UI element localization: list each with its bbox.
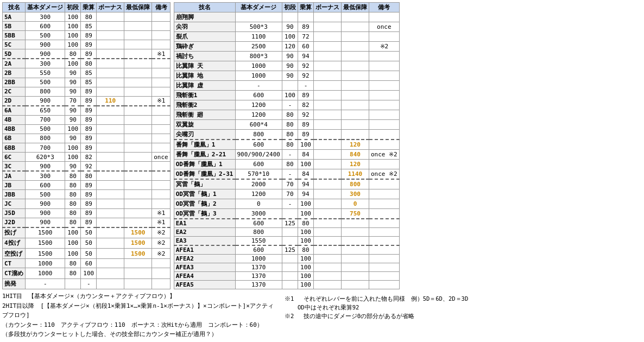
- data-cell: -: [298, 81, 313, 91]
- table-row: 2B5509085: [3, 68, 171, 78]
- data-cell: [97, 218, 124, 227]
- data-cell: ※2: [369, 42, 399, 52]
- data-cell: [369, 199, 399, 209]
- table-row: 比翼陣 地10009092: [174, 71, 399, 81]
- data-cell: [97, 162, 124, 172]
- skill-name-cell: AFEA2: [174, 255, 235, 263]
- skill-name-cell: 4BB: [3, 124, 26, 134]
- data-cell: [97, 208, 124, 218]
- data-cell: 125: [282, 245, 298, 255]
- table-row: 番舞「朧凰」2-21900/900/2400-84840once ※2: [174, 150, 399, 160]
- data-cell: 1500: [124, 227, 152, 238]
- data-cell: [97, 12, 124, 22]
- skill-name-cell: 比翼陣 虚: [174, 81, 235, 91]
- data-cell: [282, 209, 298, 219]
- data-cell: 82: [81, 153, 97, 162]
- data-cell: [313, 228, 341, 237]
- data-cell: 620*3: [26, 153, 65, 162]
- skill-name-cell: 番舞「朧凰」1: [174, 140, 235, 150]
- data-cell: [313, 189, 341, 199]
- data-cell: [152, 12, 171, 22]
- data-cell: 90: [282, 22, 298, 32]
- table-row: 5C90010089: [3, 40, 171, 49]
- data-cell: [369, 219, 399, 228]
- data-cell: 2000: [235, 179, 282, 189]
- note2-text: 技の途中にダメージ0の部分があるが省略: [304, 313, 414, 319]
- data-cell: [97, 134, 124, 143]
- data-cell: [341, 120, 369, 130]
- data-cell: [97, 181, 124, 190]
- data-cell: [341, 12, 369, 22]
- data-cell: 80: [282, 110, 298, 120]
- data-cell: [282, 255, 298, 263]
- note1-text: それぞれレバーを前に入れた物も同様 例）5D＝6D、2D＝3D: [304, 295, 469, 302]
- data-cell: [152, 40, 171, 49]
- data-cell: [341, 219, 369, 228]
- data-cell: [341, 91, 369, 100]
- data-cell: [124, 162, 152, 172]
- skill-name-cell: 5D: [3, 49, 26, 59]
- skill-name-cell: JA: [3, 171, 26, 181]
- table-row: CT10008060: [3, 259, 171, 268]
- data-cell: 500: [26, 78, 65, 87]
- data-cell: 700: [26, 143, 65, 153]
- note-ref1b: OD中はそれぞれ乗算92: [285, 303, 642, 312]
- table-row: 5D9008089※1: [3, 49, 171, 59]
- data-cell: [124, 12, 152, 22]
- table-row: 鶏砕ぎ250012060※2: [174, 42, 399, 52]
- data-cell: 85: [81, 68, 97, 78]
- data-cell: 900: [26, 208, 65, 218]
- data-cell: [152, 59, 171, 68]
- data-cell: 80: [65, 199, 81, 208]
- data-cell: [97, 106, 124, 116]
- right-table: 技名 基本ダメージ 初段 乗算 ボーナス 最低保障 備考 崩翔脚尖羽500*39…: [174, 2, 400, 289]
- data-cell: once ※2: [369, 169, 399, 180]
- data-cell: [97, 227, 124, 238]
- data-cell: 900: [26, 218, 65, 227]
- table-row: 4BB50010089: [3, 124, 171, 134]
- data-cell: [124, 208, 152, 218]
- data-cell: 1370: [235, 281, 282, 289]
- skill-name-cell: 4B: [3, 115, 26, 124]
- skill-name-cell: 飛斬衝1: [174, 91, 235, 100]
- data-cell: 100: [81, 268, 97, 278]
- data-cell: [369, 160, 399, 169]
- data-cell: [152, 268, 171, 278]
- data-cell: 80: [81, 171, 97, 181]
- data-cell: [97, 153, 124, 162]
- skill-name-cell: AFEA4: [174, 272, 235, 281]
- table-row: 6A6509089: [3, 106, 171, 116]
- data-cell: 100: [282, 32, 298, 42]
- data-cell: [313, 150, 341, 160]
- table-row: JB6008089: [3, 181, 171, 190]
- data-cell: 80: [282, 160, 298, 169]
- table-row: 挑発--: [3, 278, 171, 289]
- data-cell: 70: [65, 96, 81, 106]
- data-cell: 1500: [26, 238, 65, 248]
- skill-name-cell: 番舞「朧凰」2-21: [174, 150, 235, 160]
- skill-name-cell: CT溜め: [3, 268, 26, 278]
- data-cell: 89: [81, 124, 97, 134]
- data-cell: 89: [298, 91, 313, 100]
- table-row: J2D9008089※1: [3, 218, 171, 227]
- data-cell: 80: [81, 59, 97, 68]
- data-cell: -: [282, 169, 298, 180]
- table-row: 2C8009089: [3, 87, 171, 96]
- data-cell: 80: [298, 219, 313, 228]
- data-cell: 100: [298, 281, 313, 289]
- data-cell: 1200: [235, 189, 282, 199]
- main-container: 技名 基本ダメージ 初段 乗算 ボーナス 最低保障 備考 5A300100805…: [0, 0, 644, 341]
- data-cell: once: [152, 153, 171, 162]
- table-row: 尖嘴刃8008089: [174, 130, 399, 140]
- skill-name-cell: 双翼旋: [174, 120, 235, 130]
- data-cell: [369, 32, 399, 42]
- data-cell: [369, 209, 399, 219]
- data-cell: 0: [341, 199, 369, 209]
- data-cell: [152, 199, 171, 208]
- data-cell: 80: [65, 171, 81, 181]
- left-col-skill: 技名: [3, 3, 26, 12]
- data-cell: 80: [65, 268, 81, 278]
- data-cell: 700: [26, 115, 65, 124]
- data-cell: -: [282, 150, 298, 160]
- data-cell: [97, 278, 124, 289]
